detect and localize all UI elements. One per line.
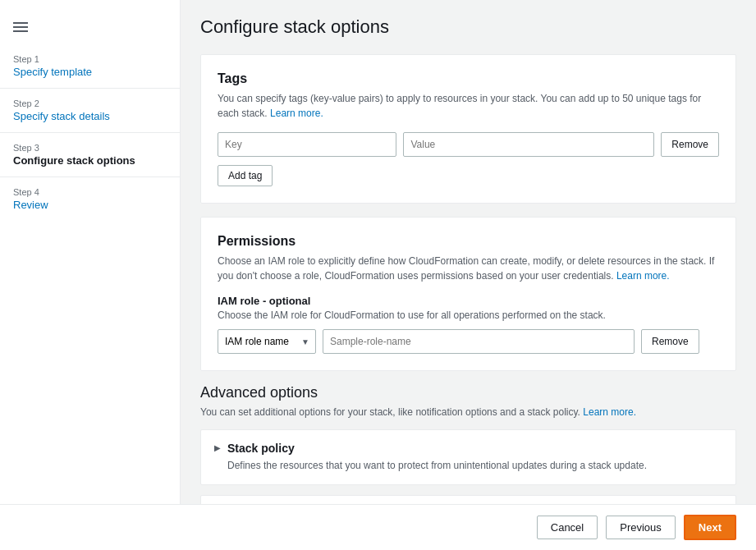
tags-title: Tags: [218, 71, 719, 86]
tags-learn-more-link[interactable]: Learn more.: [270, 108, 323, 119]
tags-row: Remove: [218, 132, 719, 157]
permissions-learn-more-link[interactable]: Learn more.: [616, 270, 670, 282]
sidebar-item-step3[interactable]: Step 3 Configure stack options: [0, 136, 180, 173]
add-tag-button[interactable]: Add tag: [218, 165, 273, 186]
stack-policy-title: Stack policy: [227, 442, 647, 455]
advanced-description: You can set additional options for your …: [200, 406, 736, 418]
advanced-title: Advanced options: [200, 384, 736, 401]
stack-policy-toggle-icon: ▶: [214, 443, 221, 452]
tag-value-input[interactable]: [403, 132, 654, 157]
stack-policy-desc: Defines the resources that you want to p…: [227, 458, 647, 473]
advanced-learn-more-link[interactable]: Learn more.: [583, 406, 636, 418]
stack-policy-header[interactable]: ▶ Stack policy Defines the resources tha…: [201, 430, 735, 484]
permissions-title: Permissions: [218, 234, 719, 249]
iam-role-select-wrap: IAM role name ▼: [218, 329, 316, 354]
iam-role-name-input[interactable]: [323, 329, 635, 354]
tag-key-input[interactable]: [218, 132, 396, 157]
previous-button[interactable]: Previous: [606, 516, 676, 539]
hamburger-menu[interactable]: [0, 13, 180, 48]
iam-role-desc: Choose the IAM role for CloudFormation t…: [218, 309, 719, 321]
page-title: Configure stack options: [200, 16, 736, 38]
permissions-description: Choose an IAM role to explicitly define …: [218, 254, 719, 283]
next-button[interactable]: Next: [684, 515, 736, 540]
sidebar-item-step4[interactable]: Step 4 Review: [0, 181, 180, 218]
sidebar: Step 1 Specify template Step 2 Specify s…: [0, 0, 181, 550]
permissions-section: Permissions Choose an IAM role to explic…: [200, 217, 736, 371]
iam-role-row: IAM role name ▼ Remove: [218, 329, 719, 354]
tags-section: Tags You can specify tags (key-value pai…: [200, 54, 736, 204]
cancel-button[interactable]: Cancel: [537, 516, 598, 539]
sidebar-item-step2[interactable]: Step 2 Specify stack details: [0, 92, 180, 129]
iam-remove-button[interactable]: Remove: [641, 329, 699, 354]
tags-description: You can specify tags (key-value pairs) t…: [218, 91, 719, 121]
footer: Cancel Previous Next: [0, 504, 756, 550]
stack-policy-panel: ▶ Stack policy Defines the resources tha…: [200, 429, 736, 485]
sidebar-item-step1[interactable]: Step 1 Specify template: [0, 48, 180, 85]
main-content: Configure stack options Tags You can spe…: [181, 0, 756, 550]
tag-remove-button[interactable]: Remove: [661, 132, 719, 157]
iam-role-select[interactable]: IAM role name: [218, 329, 316, 354]
iam-role-label: IAM role - optional: [218, 295, 719, 307]
